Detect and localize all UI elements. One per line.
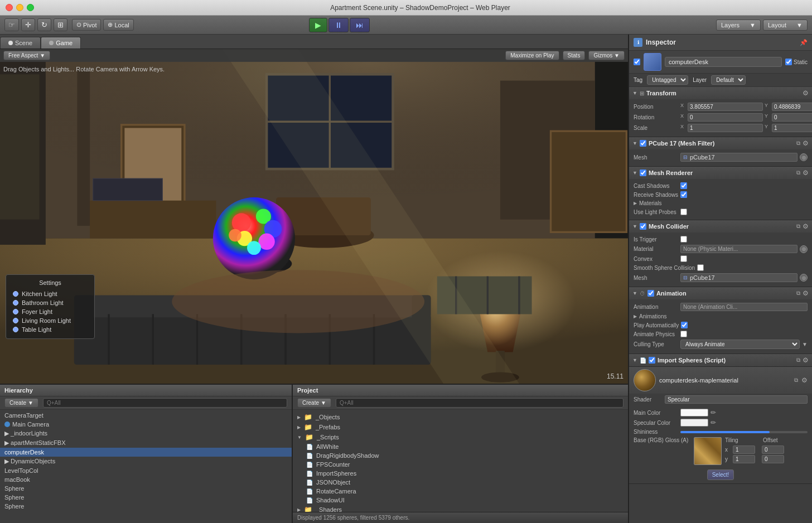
proj-item-drag[interactable]: 📄 DragRigidbodyShadow xyxy=(293,451,628,460)
object-name-input[interactable] xyxy=(665,57,782,67)
offset-x-input[interactable] xyxy=(762,445,784,454)
main-color-swatch[interactable] xyxy=(680,409,708,417)
hierarchy-search-input[interactable] xyxy=(43,398,287,408)
pos-x-input[interactable] xyxy=(688,103,763,111)
scale-x-input[interactable] xyxy=(688,124,763,132)
mesh-filter-header[interactable]: ▼ PCube 17 (Mesh Filter) ⧉ ⚙ xyxy=(629,137,812,149)
mesh-collider-settings-icon[interactable]: ⚙ xyxy=(803,222,809,230)
mesh-renderer-copy-icon[interactable]: ⧉ xyxy=(796,170,800,176)
import-spheres-settings-icon[interactable]: ⚙ xyxy=(803,356,809,364)
animation-active-checkbox[interactable] xyxy=(647,290,654,297)
import-spheres-active-checkbox[interactable] xyxy=(649,357,655,364)
mesh-collider-header[interactable]: ▼ Mesh Collider ⧉ ⚙ xyxy=(629,220,812,233)
settings-item-kitchen[interactable]: Kitchen Light xyxy=(13,289,88,298)
offset-y-input[interactable] xyxy=(762,455,784,463)
mesh-collider-active-checkbox[interactable] xyxy=(640,223,646,230)
texture-swatch[interactable] xyxy=(694,437,722,465)
hand-tool-button[interactable]: ☞ xyxy=(4,18,19,31)
play-auto-checkbox[interactable] xyxy=(681,322,688,328)
settings-item-foyer[interactable]: Foyer Light xyxy=(13,307,88,316)
hier-item-sphere2[interactable]: Sphere xyxy=(0,493,292,502)
pos-y-input[interactable] xyxy=(772,103,812,111)
hier-item-computer-desk[interactable]: computerDesk xyxy=(0,448,292,457)
gizmos-button[interactable]: Gizmos ▼ xyxy=(588,51,625,60)
mesh-renderer-header[interactable]: ▼ Mesh Renderer ⧉ ⚙ xyxy=(629,167,812,179)
shader-input[interactable] xyxy=(665,395,808,404)
static-checkbox[interactable] xyxy=(785,59,792,65)
close-button[interactable] xyxy=(6,4,13,11)
mesh-filter-copy-icon[interactable]: ⧉ xyxy=(796,140,800,147)
scale-tool-button[interactable]: ⊞ xyxy=(54,18,67,31)
mesh-filter-settings-icon[interactable]: ⚙ xyxy=(803,139,809,147)
local-button[interactable]: ⊕ Local xyxy=(103,19,133,31)
layout-dropdown[interactable]: Layout ▼ xyxy=(763,20,808,31)
hier-item-apartment[interactable]: ▶ apartMentStaticFBX xyxy=(0,438,292,448)
project-create-button[interactable]: Create ▼ xyxy=(297,398,331,408)
layers-dropdown[interactable]: Layers ▼ xyxy=(716,20,761,31)
hier-item-indoor-lights[interactable]: ▶ _indoorLights xyxy=(0,429,292,438)
tab-scene[interactable]: Scene xyxy=(0,37,41,49)
object-active-checkbox[interactable] xyxy=(634,59,640,65)
smooth-checkbox[interactable] xyxy=(697,264,704,271)
mesh-collider-copy-icon[interactable]: ⧉ xyxy=(796,223,800,230)
receive-shadows-checkbox[interactable] xyxy=(680,191,687,198)
proj-item-shaders[interactable]: ▶ 📁 _Shaders xyxy=(293,505,628,512)
maximize-button[interactable] xyxy=(27,4,34,11)
rot-y-input[interactable] xyxy=(772,113,812,122)
layer-dropdown[interactable]: Default xyxy=(711,75,746,85)
import-spheres-header[interactable]: ▼ 📄 Import Spheres (Script) ⧉ ⚙ xyxy=(629,354,812,366)
proj-item-json[interactable]: 📄 JSONObject xyxy=(293,478,628,487)
hier-item-sphere3[interactable]: Sphere xyxy=(0,502,292,511)
animation-copy-icon[interactable]: ⧉ xyxy=(796,290,800,297)
play-button[interactable]: ▶ xyxy=(309,18,327,32)
hierarchy-create-button[interactable]: Create ▼ xyxy=(4,398,38,408)
animation-header[interactable]: ▼ ⏱ Animation ⧉ ⚙ xyxy=(629,287,812,299)
transform-header[interactable]: ▼ ⊞ Transform ⚙ xyxy=(629,87,812,99)
settings-item-bathroom[interactable]: Bathroom Light xyxy=(13,298,88,307)
collider-mesh-select-btn[interactable]: ◎ xyxy=(800,274,808,282)
pause-button[interactable]: ⏸ xyxy=(328,18,349,32)
step-button[interactable]: ⏭ xyxy=(350,18,370,32)
select-button[interactable]: Select! xyxy=(707,469,734,480)
proj-item-scripts[interactable]: ▼ 📁 _Scripts xyxy=(293,432,628,442)
project-search-input[interactable] xyxy=(336,398,624,408)
hier-item-sphere1[interactable]: Sphere xyxy=(0,484,292,493)
transform-settings-icon[interactable]: ⚙ xyxy=(803,89,809,97)
tag-dropdown[interactable]: Untagged xyxy=(647,75,688,85)
tiling-y-input[interactable] xyxy=(733,455,755,463)
import-spheres-copy-icon[interactable]: ⧉ xyxy=(796,357,800,364)
pivot-button[interactable]: ⊙ Pivot xyxy=(72,19,101,31)
scale-y-input[interactable] xyxy=(772,124,812,132)
proj-item-import[interactable]: 📄 ImportSpheres xyxy=(293,469,628,478)
free-aspect-button[interactable]: Free Aspect ▼ xyxy=(3,51,50,60)
hier-item-camera-target[interactable]: CameraTarget xyxy=(0,411,292,420)
animate-physics-checkbox[interactable] xyxy=(680,331,687,337)
hier-item-dynamic[interactable]: ▶ DynamicObjects xyxy=(0,457,292,466)
proj-item-prefabs[interactable]: ▶ 📁 _Prefabs xyxy=(293,422,628,432)
animation-settings-icon[interactable]: ⚙ xyxy=(803,289,809,297)
main-color-pick-icon[interactable]: ✏ xyxy=(710,409,716,417)
viewport[interactable]: Free Aspect ▼ Maximize on Play Stats Giz… xyxy=(0,49,628,384)
proj-item-objects[interactable]: ▶ 📁 _Objects xyxy=(293,412,628,422)
proj-item-shadowui[interactable]: 📄 ShadowUI xyxy=(293,496,628,505)
specular-color-pick-icon[interactable]: ✏ xyxy=(710,419,716,427)
hier-item-level[interactable]: LevelTopCol xyxy=(0,466,292,475)
collider-material-select-btn[interactable]: ◎ xyxy=(800,245,808,253)
inspector-pin-icon[interactable]: 📌 xyxy=(800,39,808,46)
material-copy-icon[interactable]: ⧉ xyxy=(794,377,798,384)
move-tool-button[interactable]: ✛ xyxy=(21,18,35,31)
minimize-button[interactable] xyxy=(16,4,23,11)
tab-game[interactable]: Game xyxy=(41,37,81,49)
hier-item-main-camera[interactable]: Main Camera xyxy=(0,420,292,429)
proj-item-allwhite[interactable]: 📄 AllWhite xyxy=(293,442,628,451)
hier-item-macbook[interactable]: macBook xyxy=(0,475,292,484)
proj-item-fps[interactable]: 📄 FPSCounter xyxy=(293,460,628,469)
mesh-ref-select-btn[interactable]: ◎ xyxy=(800,153,808,161)
mesh-filter-active-checkbox[interactable] xyxy=(640,140,646,147)
culling-dropdown[interactable]: Always Animate xyxy=(680,340,800,349)
rotate-tool-button[interactable]: ↻ xyxy=(37,18,51,31)
mesh-renderer-settings-icon[interactable]: ⚙ xyxy=(803,169,809,177)
shininess-slider[interactable] xyxy=(680,431,808,433)
cast-shadows-checkbox[interactable] xyxy=(680,182,687,189)
material-settings-icon[interactable]: ⚙ xyxy=(801,376,808,384)
